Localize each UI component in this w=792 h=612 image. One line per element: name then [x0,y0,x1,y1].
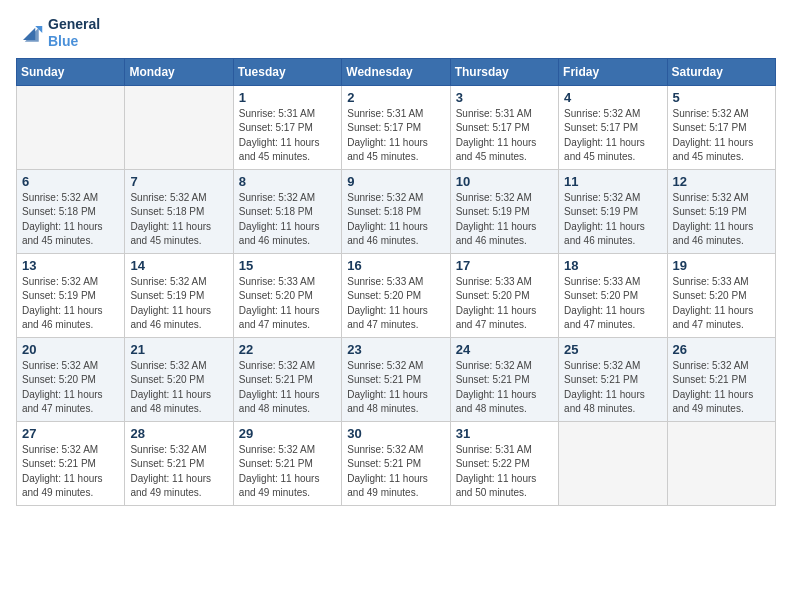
weekday-header-thursday: Thursday [450,58,558,85]
calendar-cell: 10Sunrise: 5:32 AMSunset: 5:19 PMDayligh… [450,169,558,253]
calendar-cell: 6Sunrise: 5:32 AMSunset: 5:18 PMDaylight… [17,169,125,253]
calendar-cell: 4Sunrise: 5:32 AMSunset: 5:17 PMDaylight… [559,85,667,169]
logo-text: General Blue [48,16,100,50]
calendar-cell: 24Sunrise: 5:32 AMSunset: 5:21 PMDayligh… [450,337,558,421]
page-header: General Blue [16,16,776,50]
day-number: 2 [347,90,444,105]
weekday-header-sunday: Sunday [17,58,125,85]
calendar-cell: 27Sunrise: 5:32 AMSunset: 5:21 PMDayligh… [17,421,125,505]
day-number: 16 [347,258,444,273]
day-number: 24 [456,342,553,357]
day-number: 27 [22,426,119,441]
calendar-cell: 7Sunrise: 5:32 AMSunset: 5:18 PMDaylight… [125,169,233,253]
calendar-cell [667,421,775,505]
calendar-cell: 26Sunrise: 5:32 AMSunset: 5:21 PMDayligh… [667,337,775,421]
calendar-cell: 13Sunrise: 5:32 AMSunset: 5:19 PMDayligh… [17,253,125,337]
calendar-week-row: 20Sunrise: 5:32 AMSunset: 5:20 PMDayligh… [17,337,776,421]
day-info: Sunrise: 5:31 AMSunset: 5:17 PMDaylight:… [239,107,336,165]
day-info: Sunrise: 5:32 AMSunset: 5:21 PMDaylight:… [22,443,119,501]
day-info: Sunrise: 5:32 AMSunset: 5:18 PMDaylight:… [239,191,336,249]
calendar-cell: 18Sunrise: 5:33 AMSunset: 5:20 PMDayligh… [559,253,667,337]
calendar-week-row: 6Sunrise: 5:32 AMSunset: 5:18 PMDaylight… [17,169,776,253]
day-number: 17 [456,258,553,273]
day-number: 25 [564,342,661,357]
calendar-cell: 14Sunrise: 5:32 AMSunset: 5:19 PMDayligh… [125,253,233,337]
calendar-cell: 21Sunrise: 5:32 AMSunset: 5:20 PMDayligh… [125,337,233,421]
day-number: 13 [22,258,119,273]
day-number: 31 [456,426,553,441]
calendar-cell: 16Sunrise: 5:33 AMSunset: 5:20 PMDayligh… [342,253,450,337]
calendar-cell: 9Sunrise: 5:32 AMSunset: 5:18 PMDaylight… [342,169,450,253]
day-info: Sunrise: 5:32 AMSunset: 5:21 PMDaylight:… [564,359,661,417]
calendar-cell: 31Sunrise: 5:31 AMSunset: 5:22 PMDayligh… [450,421,558,505]
calendar-cell: 1Sunrise: 5:31 AMSunset: 5:17 PMDaylight… [233,85,341,169]
calendar-cell: 5Sunrise: 5:32 AMSunset: 5:17 PMDaylight… [667,85,775,169]
calendar-cell: 28Sunrise: 5:32 AMSunset: 5:21 PMDayligh… [125,421,233,505]
day-info: Sunrise: 5:32 AMSunset: 5:19 PMDaylight:… [456,191,553,249]
day-info: Sunrise: 5:31 AMSunset: 5:17 PMDaylight:… [456,107,553,165]
day-number: 6 [22,174,119,189]
day-number: 22 [239,342,336,357]
day-info: Sunrise: 5:31 AMSunset: 5:22 PMDaylight:… [456,443,553,501]
day-number: 9 [347,174,444,189]
calendar-cell: 29Sunrise: 5:32 AMSunset: 5:21 PMDayligh… [233,421,341,505]
calendar: SundayMondayTuesdayWednesdayThursdayFrid… [16,58,776,506]
calendar-cell: 22Sunrise: 5:32 AMSunset: 5:21 PMDayligh… [233,337,341,421]
day-info: Sunrise: 5:33 AMSunset: 5:20 PMDaylight:… [239,275,336,333]
day-info: Sunrise: 5:32 AMSunset: 5:21 PMDaylight:… [673,359,770,417]
calendar-cell [17,85,125,169]
calendar-header-row: SundayMondayTuesdayWednesdayThursdayFrid… [17,58,776,85]
day-number: 14 [130,258,227,273]
day-info: Sunrise: 5:31 AMSunset: 5:17 PMDaylight:… [347,107,444,165]
weekday-header-wednesday: Wednesday [342,58,450,85]
day-info: Sunrise: 5:33 AMSunset: 5:20 PMDaylight:… [564,275,661,333]
day-number: 15 [239,258,336,273]
day-info: Sunrise: 5:32 AMSunset: 5:20 PMDaylight:… [22,359,119,417]
calendar-week-row: 13Sunrise: 5:32 AMSunset: 5:19 PMDayligh… [17,253,776,337]
day-number: 12 [673,174,770,189]
day-number: 21 [130,342,227,357]
day-number: 8 [239,174,336,189]
calendar-cell: 23Sunrise: 5:32 AMSunset: 5:21 PMDayligh… [342,337,450,421]
calendar-cell: 19Sunrise: 5:33 AMSunset: 5:20 PMDayligh… [667,253,775,337]
day-info: Sunrise: 5:32 AMSunset: 5:19 PMDaylight:… [564,191,661,249]
day-number: 11 [564,174,661,189]
day-number: 20 [22,342,119,357]
day-number: 28 [130,426,227,441]
day-number: 23 [347,342,444,357]
day-info: Sunrise: 5:32 AMSunset: 5:19 PMDaylight:… [22,275,119,333]
calendar-cell: 25Sunrise: 5:32 AMSunset: 5:21 PMDayligh… [559,337,667,421]
day-info: Sunrise: 5:33 AMSunset: 5:20 PMDaylight:… [456,275,553,333]
calendar-cell: 2Sunrise: 5:31 AMSunset: 5:17 PMDaylight… [342,85,450,169]
day-info: Sunrise: 5:32 AMSunset: 5:19 PMDaylight:… [673,191,770,249]
calendar-cell: 30Sunrise: 5:32 AMSunset: 5:21 PMDayligh… [342,421,450,505]
calendar-cell: 12Sunrise: 5:32 AMSunset: 5:19 PMDayligh… [667,169,775,253]
day-info: Sunrise: 5:32 AMSunset: 5:18 PMDaylight:… [22,191,119,249]
calendar-body: 1Sunrise: 5:31 AMSunset: 5:17 PMDaylight… [17,85,776,505]
weekday-header-tuesday: Tuesday [233,58,341,85]
calendar-cell: 8Sunrise: 5:32 AMSunset: 5:18 PMDaylight… [233,169,341,253]
day-number: 5 [673,90,770,105]
day-number: 18 [564,258,661,273]
calendar-cell: 15Sunrise: 5:33 AMSunset: 5:20 PMDayligh… [233,253,341,337]
day-number: 1 [239,90,336,105]
day-number: 19 [673,258,770,273]
day-number: 4 [564,90,661,105]
day-info: Sunrise: 5:32 AMSunset: 5:21 PMDaylight:… [347,443,444,501]
day-info: Sunrise: 5:32 AMSunset: 5:21 PMDaylight:… [456,359,553,417]
calendar-cell: 20Sunrise: 5:32 AMSunset: 5:20 PMDayligh… [17,337,125,421]
logo: General Blue [16,16,100,50]
weekday-header-monday: Monday [125,58,233,85]
weekday-header-friday: Friday [559,58,667,85]
logo-icon [16,19,44,47]
day-info: Sunrise: 5:32 AMSunset: 5:19 PMDaylight:… [130,275,227,333]
day-info: Sunrise: 5:32 AMSunset: 5:18 PMDaylight:… [347,191,444,249]
calendar-week-row: 1Sunrise: 5:31 AMSunset: 5:17 PMDaylight… [17,85,776,169]
day-number: 10 [456,174,553,189]
calendar-cell: 3Sunrise: 5:31 AMSunset: 5:17 PMDaylight… [450,85,558,169]
day-info: Sunrise: 5:32 AMSunset: 5:21 PMDaylight:… [239,443,336,501]
day-number: 29 [239,426,336,441]
calendar-cell: 17Sunrise: 5:33 AMSunset: 5:20 PMDayligh… [450,253,558,337]
day-info: Sunrise: 5:33 AMSunset: 5:20 PMDaylight:… [673,275,770,333]
weekday-header-saturday: Saturday [667,58,775,85]
